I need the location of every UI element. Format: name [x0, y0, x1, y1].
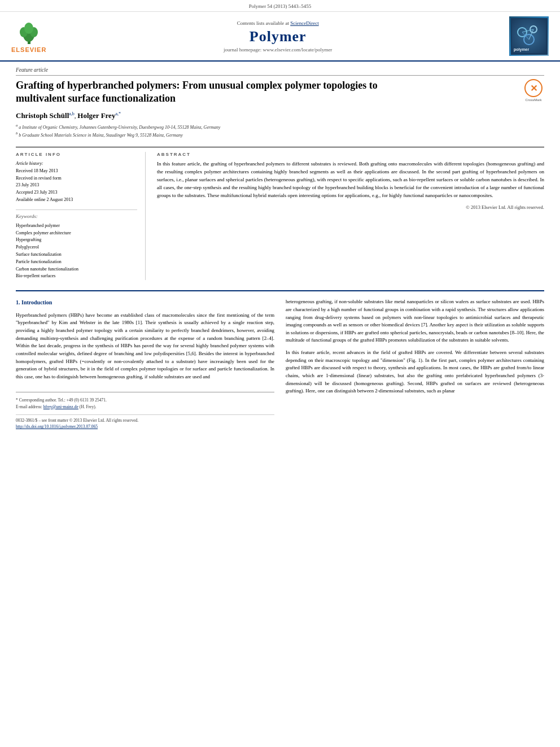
article-title: Grafting of hyperbranched polymers: From… — [16, 79, 456, 106]
footer-section: * Corresponding author. Tel.: +49 (0) 61… — [16, 392, 274, 430]
journal-header-center: Contents lists available at ScienceDirec… — [46, 20, 509, 53]
svg-point-8 — [524, 34, 534, 45]
history-label: Article history: — [16, 160, 137, 168]
email-label: E-mail address: — [16, 404, 42, 409]
title-row: Grafting of hyperbranched polymers: From… — [16, 79, 544, 106]
article-history: Article history: Received 18 May 2013 Re… — [16, 160, 137, 204]
keywords-heading: Keywords: — [16, 213, 137, 219]
article-info-abstract-section: ARTICLE INFO Article history: Received 1… — [16, 147, 544, 280]
author-2-name: Holger Frey — [77, 111, 115, 120]
journal-homepage-url: journal homepage: www.elsevier.com/locat… — [46, 47, 509, 53]
journal-name: Polymer — [46, 28, 509, 45]
email-link[interactable]: hfrey@uni-mainz.de — [43, 404, 78, 409]
introduction-left-text: Hyperbranched polymers (HBPs) have becom… — [16, 312, 274, 381]
polymer-logo: polymer — [509, 16, 549, 56]
keyword-3: Hypergrafting — [16, 237, 137, 244]
svg-point-6 — [518, 28, 527, 37]
author-2-sup: a,* — [115, 111, 121, 116]
article-type-label: Feature article — [16, 67, 544, 76]
doi-link[interactable]: http://dx.doi.org/10.1016/j.polymer.2013… — [16, 424, 98, 429]
crossmark-icon: ✕ — [524, 79, 542, 97]
article-info-col: ARTICLE INFO Article history: Received 1… — [16, 152, 146, 280]
copyright-line: © 2013 Elsevier Ltd. All rights reserved… — [157, 204, 544, 210]
elsevier-tree-icon — [14, 20, 45, 45]
elsevier-logo: ELSEVIER — [11, 20, 46, 53]
polymer-logo-icon: polymer — [511, 18, 548, 55]
keyword-7: Carbon nanotube functionalization — [16, 266, 137, 273]
affiliation-a: a a Institute of Organic Chemistry, Joha… — [16, 123, 544, 131]
revised-date: 23 July 2013 — [16, 182, 39, 187]
abstract-heading: ABSTRACT — [157, 152, 544, 157]
keyword-2: Complex polymer architecture — [16, 230, 137, 237]
svg-rect-5 — [511, 18, 548, 55]
top-bar: Polymer 54 (2013) 5443–5455 — [0, 0, 560, 12]
author-1-sup: a,b — [69, 111, 75, 116]
keyword-1: Hyperbranched polymer — [16, 222, 137, 230]
introduction-right-text-2: In this feature article, recent advances… — [286, 349, 544, 395]
journal-header: ELSEVIER Contents lists available at Sci… — [0, 12, 560, 62]
journal-citation: Polymer 54 (2013) 5443–5455 — [249, 3, 312, 9]
svg-point-7 — [530, 26, 537, 33]
keyword-4: Polyglycerol — [16, 244, 137, 251]
elsevier-text: ELSEVIER — [11, 46, 46, 53]
received-date: Received 18 May 2013 — [16, 168, 58, 173]
affiliations: a a Institute of Organic Chemistry, Joha… — [16, 123, 544, 139]
body-right-col: heterogeneous grafting, if non-soluble s… — [286, 298, 544, 430]
sciencedirect-link[interactable]: ScienceDirect — [290, 20, 318, 26]
email-suffix: (H. Frey). — [80, 404, 97, 409]
introduction-right-text-1: heterogeneous grafting, if non-soluble s… — [286, 298, 544, 344]
received-revised-label: Received in revised form — [16, 176, 62, 181]
crossmark-label: CrossMark — [523, 98, 544, 102]
svg-line-9 — [522, 29, 533, 32]
email-line: E-mail address: hfrey@uni-mainz.de (H. F… — [16, 404, 274, 410]
introduction-heading: 1. Introduction — [16, 298, 274, 307]
contents-available-text: Contents lists available at — [237, 20, 289, 26]
main-body: 1. Introduction Hyperbranched polymers (… — [16, 290, 544, 430]
svg-point-4 — [24, 23, 33, 34]
author-1-name: Christoph Schüll — [16, 111, 69, 120]
available-date: Available online 2 August 2013 — [16, 197, 73, 202]
crossmark-badge[interactable]: ✕ CrossMark — [523, 79, 544, 102]
keywords-section: Keywords: Hyperbranched polymer Complex … — [16, 209, 137, 280]
accepted-date: Accepted 23 July 2013 — [16, 190, 58, 195]
article-info-heading: ARTICLE INFO — [16, 152, 137, 157]
svg-line-11 — [522, 32, 529, 40]
abstract-col: ABSTRACT In this feature article, the gr… — [157, 152, 544, 280]
keyword-8: Bio-repellent surfaces — [16, 273, 137, 280]
keyword-6: Particle functionalization — [16, 259, 137, 266]
svg-line-10 — [529, 29, 533, 40]
authors-line: Christoph Schülla,b, Holger Freya,* — [16, 111, 544, 120]
affiliation-b: b b Graduate School Materials Science in… — [16, 130, 544, 139]
issn-line: 0032-3861/$ – see front matter © 2013 El… — [16, 417, 274, 423]
abstract-text: In this feature article, the grafting of… — [157, 160, 544, 200]
keyword-5: Surface functionalization — [16, 251, 137, 259]
article-content: Feature article Grafting of hyperbranche… — [0, 62, 560, 439]
body-left-col: 1. Introduction Hyperbranched polymers (… — [16, 298, 274, 430]
corresponding-author-note: * Corresponding author. Tel.: +49 (0) 61… — [16, 397, 274, 403]
svg-text:polymer: polymer — [514, 47, 530, 52]
